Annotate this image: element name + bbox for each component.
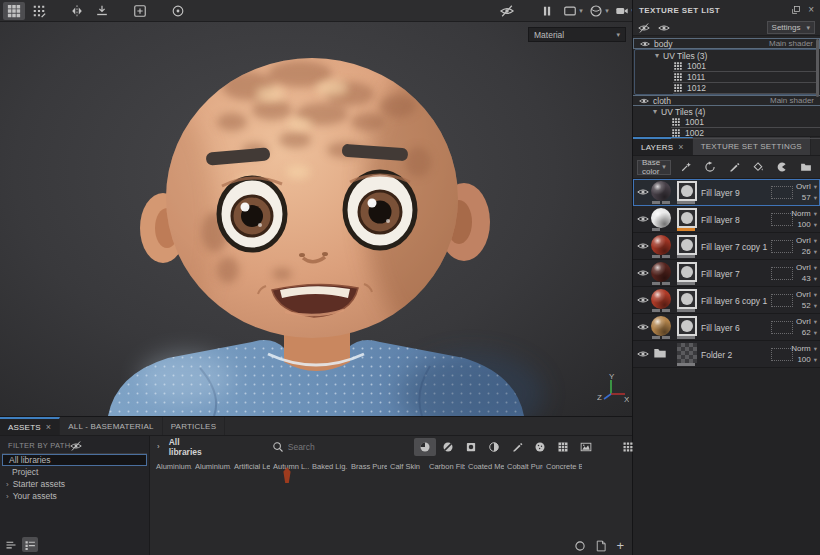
layer-group-row[interactable]: Folder 2 Norm▾ 100▾ xyxy=(633,341,820,368)
filter-filters-icon[interactable] xyxy=(483,438,505,456)
material-tile[interactable]: Concrete B... xyxy=(543,460,582,471)
layer-name[interactable]: Fill layer 7 xyxy=(701,269,740,279)
layer-thumbnail[interactable] xyxy=(651,208,671,228)
blend-mode-dropdown[interactable]: Ovrl▾ xyxy=(796,289,817,300)
filter-environments-icon[interactable] xyxy=(575,438,597,456)
blend-mode-dropdown[interactable]: Ovrl▾ xyxy=(796,262,817,273)
filter-smart-masks-icon[interactable] xyxy=(460,438,482,456)
layer-thumbnail[interactable] xyxy=(651,316,671,336)
layer-row[interactable]: Fill layer 7 Ovrl▾ 43▾ xyxy=(633,260,820,287)
add-smart-mask-icon[interactable] xyxy=(771,158,793,176)
list-view-toggle-icon[interactable] xyxy=(3,537,19,552)
tab-texture-set-settings[interactable]: TEXTURE SET SETTINGS xyxy=(693,137,811,155)
library-item-project[interactable]: Project xyxy=(2,466,147,478)
filter-smart-materials-icon[interactable] xyxy=(437,438,459,456)
layer-name[interactable]: Fill layer 9 xyxy=(701,188,740,198)
symmetry-y-icon[interactable] xyxy=(91,2,113,20)
uv-tile-grid-icon[interactable] xyxy=(3,2,25,20)
library-item-your-assets[interactable]: ›Your assets xyxy=(2,490,147,502)
material-tile[interactable]: Carbon Fiber xyxy=(426,460,465,471)
add-frame-icon[interactable] xyxy=(129,2,151,20)
layer-name[interactable]: Fill layer 6 xyxy=(701,323,740,333)
display-settings-icon[interactable] xyxy=(617,438,639,456)
layer-opacity-dropdown[interactable]: 100▾ xyxy=(791,219,817,230)
texture-set-settings-dropdown[interactable]: Settings▾ xyxy=(767,21,815,34)
layer-opacity-dropdown[interactable]: 52▾ xyxy=(796,300,817,311)
tab-all-basematerial[interactable]: ALL - BASEMATERIAL xyxy=(60,417,162,435)
folder-icon[interactable] xyxy=(653,346,667,360)
material-tile[interactable]: Cobalt Pure xyxy=(504,460,543,471)
center-pivot-icon[interactable] xyxy=(167,2,189,20)
search-box[interactable] xyxy=(272,441,408,453)
layer-name[interactable]: Fill layer 7 copy 1 xyxy=(701,242,767,252)
add-paint-layer-icon[interactable] xyxy=(723,158,745,176)
layer-opacity-dropdown[interactable]: 100▾ xyxy=(791,354,817,365)
layer-thumbnail[interactable] xyxy=(651,235,671,255)
library-item-starter-assets[interactable]: ›Starter assets xyxy=(2,478,147,490)
blend-mode-dropdown[interactable]: Norm▾ xyxy=(791,343,817,354)
layer-mask-thumbnail[interactable] xyxy=(677,181,697,201)
blend-mode-dropdown[interactable]: Norm▾ xyxy=(791,208,817,219)
tab-assets[interactable]: ASSETS × xyxy=(0,417,60,435)
layer-mask-thumbnail[interactable] xyxy=(677,316,697,336)
close-tab-icon[interactable]: × xyxy=(678,142,683,152)
blend-mode-dropdown[interactable]: Ovrl▾ xyxy=(796,235,817,246)
hide-filter-icon[interactable] xyxy=(70,440,82,452)
layer-row[interactable]: Fill layer 6 copy 1 Ovrl▾ 52▾ xyxy=(633,287,820,314)
library-item-all-libraries[interactable]: All libraries xyxy=(2,454,147,466)
layer-thumbnail[interactable] xyxy=(651,289,671,309)
filter-alphas-icon[interactable] xyxy=(529,438,551,456)
add-fill-layer-icon[interactable] xyxy=(747,158,769,176)
blend-mode-dropdown[interactable]: Ovrl▾ xyxy=(796,181,817,192)
tab-particles[interactable]: PARTICLES xyxy=(163,417,226,435)
layer-thumbnail[interactable] xyxy=(651,262,671,282)
scrollbar[interactable] xyxy=(816,39,819,97)
layer-opacity-dropdown[interactable]: 26▾ xyxy=(796,246,817,257)
filter-materials-icon[interactable] xyxy=(414,438,436,456)
texture-set-row-cloth[interactable]: cloth Main shader xyxy=(633,95,820,106)
material-tile[interactable]: Autumn L... xyxy=(270,460,309,471)
uv-tile-paint-icon[interactable] xyxy=(28,2,50,20)
shader-mode-icon[interactable]: ▾ xyxy=(588,2,610,20)
layer-visibility-icon[interactable] xyxy=(637,348,649,360)
material-tile[interactable]: Artificial Le... xyxy=(231,460,270,471)
uv-tiles-header[interactable]: ▾UV Tiles (4) xyxy=(633,106,820,117)
material-tile[interactable]: Aluminium... xyxy=(153,460,192,471)
uv-tile-row[interactable]: 1002 xyxy=(671,128,820,139)
group-thumbnail[interactable] xyxy=(677,343,697,363)
add-group-icon[interactable] xyxy=(795,158,817,176)
add-library-icon[interactable]: + xyxy=(616,539,624,552)
texture-set-row-body[interactable]: body Main shader xyxy=(633,38,820,49)
layer-row[interactable]: Fill layer 9 Ovrl▾ 57▾ xyxy=(633,179,820,206)
material-tile[interactable]: Coated Me... xyxy=(465,460,504,471)
uv-tile-row[interactable]: 1001 xyxy=(673,61,818,72)
material-tile[interactable] xyxy=(582,460,621,471)
uv-tiles-header[interactable]: ▾UV Tiles (3) xyxy=(635,50,818,61)
undock-panel-icon[interactable] xyxy=(791,5,801,15)
tab-layers[interactable]: LAYERS × xyxy=(633,137,693,155)
display-mode-icon[interactable]: ▾ xyxy=(562,2,584,20)
material-tile[interactable]: Baked Lig... xyxy=(309,460,348,471)
layer-name[interactable]: Fill layer 6 copy 1 xyxy=(701,296,767,306)
add-effect-icon[interactable] xyxy=(675,158,697,176)
axis-gizmo[interactable]: Y X Z xyxy=(597,372,629,404)
layer-opacity-dropdown[interactable]: 43▾ xyxy=(796,273,817,284)
layer-visibility-icon[interactable] xyxy=(637,186,649,198)
search-input[interactable] xyxy=(288,442,408,452)
layer-visibility-icon[interactable] xyxy=(637,240,649,252)
close-panel-icon[interactable]: × xyxy=(808,5,814,15)
symmetry-x-icon[interactable] xyxy=(66,2,88,20)
layer-visibility-icon[interactable] xyxy=(637,213,649,225)
layer-mask-thumbnail[interactable] xyxy=(677,262,697,282)
filter-brushes-icon[interactable] xyxy=(506,438,528,456)
hide-all-sets-icon[interactable] xyxy=(638,22,650,34)
uv-tile-row[interactable]: 1011 xyxy=(673,72,818,83)
layer-visibility-icon[interactable] xyxy=(637,267,649,279)
layer-opacity-dropdown[interactable]: 57▾ xyxy=(796,192,817,203)
material-tile[interactable]: Aluminium... xyxy=(192,460,231,471)
layer-visibility-icon[interactable] xyxy=(637,294,649,306)
3d-viewport[interactable]: Material ▾ Y X Z xyxy=(0,22,632,416)
import-resources-icon[interactable] xyxy=(595,540,607,552)
layer-mask-thumbnail[interactable] xyxy=(677,235,697,255)
geometry-visibility-icon[interactable] xyxy=(496,2,518,20)
